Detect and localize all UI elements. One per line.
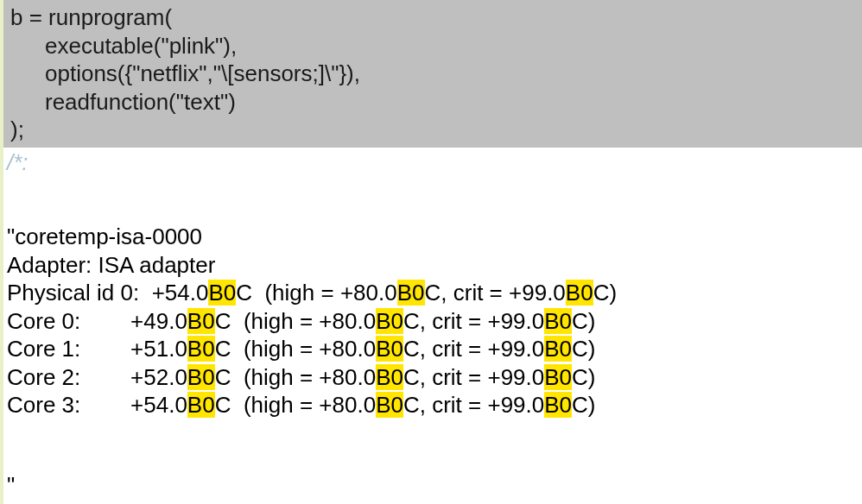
row-3-label: Core 2: +52.0 <box>7 364 187 390</box>
close-quote: " <box>7 471 15 500</box>
code-block: b = runprogram( executable("plink"), opt… <box>0 0 862 148</box>
row-0-mid2: C, crit = +99.0 <box>425 280 566 306</box>
row-4-mid1: C (high = +80.0 <box>215 392 376 418</box>
row-2-end: C) <box>572 336 595 362</box>
code-line-2: executable("plink"), <box>10 32 862 60</box>
row-3-hl2: B0 <box>376 364 403 390</box>
row-1-hl3: B0 <box>544 308 572 334</box>
row-0-label: Physical id 0: +54.0 <box>7 280 208 306</box>
code-line-5: ); <box>10 116 862 144</box>
row-2-hl1: B0 <box>187 336 215 362</box>
output-block: "coretemp-isa-0000 Adapter: ISA adapter … <box>7 223 617 419</box>
row-3-hl1: B0 <box>187 364 215 390</box>
row-4-hl2: B0 <box>376 392 403 418</box>
code-line-3: options({"netflix","\[sensors;]\"}), <box>10 60 862 88</box>
row-4-end: C) <box>572 392 595 418</box>
code-line-4: readfunction("text") <box>10 88 862 117</box>
row-1-hl2: B0 <box>376 308 403 334</box>
row-0-mid1: C (high = +80.0 <box>236 280 396 306</box>
comment-marker: /*: <box>7 148 29 177</box>
row-1-mid1: C (high = +80.0 <box>215 308 376 334</box>
row-1-label: Core 0: +49.0 <box>7 308 187 334</box>
row-4-label: Core 3: +54.0 <box>7 392 187 418</box>
row-4-hl1: B0 <box>187 392 215 418</box>
row-2-hl3: B0 <box>544 336 572 362</box>
row-2-mid2: C, crit = +99.0 <box>403 336 544 362</box>
row-2-mid1: C (high = +80.0 <box>215 336 376 362</box>
row-4-mid2: C, crit = +99.0 <box>403 392 544 418</box>
output-header: coretemp-isa-0000 <box>15 224 202 249</box>
row-3-mid1: C (high = +80.0 <box>215 364 376 390</box>
row-4-hl3: B0 <box>544 392 572 418</box>
row-2-hl2: B0 <box>376 336 403 362</box>
row-3-mid2: C, crit = +99.0 <box>403 364 544 390</box>
output-adapter: Adapter: ISA adapter <box>7 252 215 278</box>
row-0-end: C) <box>593 280 617 306</box>
code-line-1: b = runprogram( <box>10 3 862 32</box>
row-0-hl1: B0 <box>208 280 236 306</box>
row-0-hl3: B0 <box>566 280 593 306</box>
row-3-end: C) <box>572 364 595 390</box>
open-quote: " <box>7 224 15 249</box>
row-1-end: C) <box>572 308 595 334</box>
row-3-hl3: B0 <box>544 364 572 390</box>
row-0-hl2: B0 <box>397 280 425 306</box>
row-1-mid2: C, crit = +99.0 <box>403 308 544 334</box>
row-1-hl1: B0 <box>187 308 215 334</box>
row-2-label: Core 1: +51.0 <box>7 336 187 362</box>
